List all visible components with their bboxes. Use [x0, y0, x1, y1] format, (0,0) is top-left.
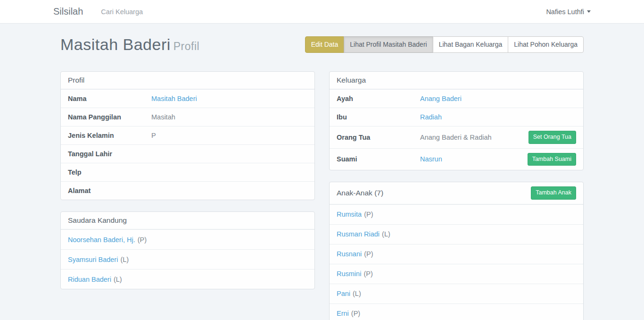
row-button-wrap: Tambah Suami: [528, 153, 576, 166]
row-label: Jenis Kelamin: [68, 132, 151, 139]
person-link-rusman-riadi[interactable]: Rusman Riadi: [337, 230, 380, 238]
person-name: Masitah Baderi: [60, 35, 171, 53]
profile-row-jenis-kelamin: Jenis Kelamin P: [61, 126, 314, 144]
brand-link[interactable]: Silsilah: [53, 6, 83, 17]
person-link-nasrun[interactable]: Nasrun: [420, 155, 442, 163]
profile-row-tanggal-lahir: Tanggal Lahir: [61, 144, 314, 163]
child-row: Rusnani (P): [330, 244, 583, 264]
tambah-anak-button[interactable]: Tambah Anak: [531, 186, 576, 200]
row-label: Suami: [337, 155, 420, 163]
family-row-suami: Suami Nasrun Tambah Suami: [330, 148, 583, 170]
navbar: Silsilah Cari Keluarga Nafies Luthfi: [0, 0, 644, 24]
gender-label: (P): [351, 310, 360, 317]
page-title: Masitah BaderiProfil: [60, 35, 199, 54]
person-link-rusmini[interactable]: Rusmini: [337, 270, 361, 278]
gender-label: (P): [364, 211, 373, 218]
row-label: Tanggal Lahir: [68, 150, 151, 158]
panel-keluarga: Keluarga Ayah Anang Baderi Ibu Radiah Or…: [329, 71, 584, 170]
person-link-anang-baderi[interactable]: Anang Baderi: [420, 95, 462, 102]
gender-label: (L): [114, 276, 122, 283]
child-row: Rumsita (P): [330, 204, 583, 224]
panel-profil-title: Profil: [68, 76, 84, 84]
edit-data-button[interactable]: Edit Data: [305, 36, 345, 53]
person-link-rusnani[interactable]: Rusnani: [337, 250, 362, 258]
panel-profil-heading: Profil: [61, 72, 314, 89]
row-value: Anang Baderi & Radiah: [420, 134, 528, 141]
gender-label: (P): [363, 270, 372, 278]
panel-anak-anak: Anak-Anak (7) Tambah Anak Rumsita (P) Ru…: [329, 182, 584, 320]
profile-row-nama: Nama Masitah Baderi: [61, 89, 314, 108]
row-label: Ibu: [337, 113, 420, 121]
view-profile-button[interactable]: Lihat Profil Masitah Baderi: [344, 36, 433, 53]
person-link-radiah[interactable]: Radiah: [420, 113, 442, 121]
row-value: P: [151, 132, 307, 139]
row-label: Alamat: [68, 187, 151, 194]
tambah-suami-button[interactable]: Tambah Suami: [528, 153, 576, 166]
gender-label: (L): [353, 290, 361, 297]
row-value: Masitah: [151, 113, 307, 121]
person-link-noorsehan-baderi[interactable]: Noorsehan Baderi, Hj.: [68, 236, 135, 244]
set-orang-tua-button[interactable]: Set Orang Tua: [528, 131, 576, 144]
sibling-row: Syamsuri Baderi (L): [61, 249, 314, 269]
person-link-masitah-baderi[interactable]: Masitah Baderi: [151, 95, 197, 102]
family-row-ibu: Ibu Radiah: [330, 108, 583, 126]
child-row: Pani (L): [330, 284, 583, 303]
panel-anak-anak-heading: Anak-Anak (7) Tambah Anak: [330, 182, 583, 204]
panel-anak-anak-title: Anak-Anak (7): [337, 189, 383, 197]
panel-keluarga-title: Keluarga: [337, 76, 366, 84]
panel-keluarga-heading: Keluarga: [330, 72, 583, 89]
sibling-row: Noorsehan Baderi, Hj. (P): [61, 229, 314, 249]
gender-label: (L): [120, 256, 129, 263]
view-family-chart-button[interactable]: Lihat Bagan Keluarga: [433, 36, 509, 53]
person-link-rumsita[interactable]: Rumsita: [337, 211, 362, 218]
panel-saudara-kandung-heading: Saudara Kandung: [61, 212, 314, 229]
child-row: Erni (P): [330, 303, 583, 320]
panel-profil: Profil Nama Masitah Baderi Nama Panggila…: [60, 71, 315, 200]
panel-saudara-kandung-title: Saudara Kandung: [68, 216, 127, 225]
view-family-tree-button[interactable]: Lihat Pohon Keluarga: [508, 36, 584, 53]
sibling-row: Riduan Baderi (L): [61, 269, 314, 289]
child-row: Rusmini (P): [330, 264, 583, 284]
gender-label: (P): [138, 236, 147, 244]
user-menu-dropdown[interactable]: Nafies Luthfi: [546, 8, 591, 16]
page-header: Masitah BaderiProfil Edit Data Lihat Pro…: [53, 35, 591, 54]
gender-label: (P): [364, 250, 373, 258]
nav-item-cari-keluarga[interactable]: Cari Keluarga: [101, 8, 143, 16]
row-label: Telp: [68, 168, 151, 176]
row-label: Orang Tua: [337, 134, 420, 141]
caret-down-icon: [587, 10, 591, 13]
row-label: Nama: [68, 95, 151, 102]
profile-action-button-group: Edit Data Lihat Profil Masitah Baderi Li…: [305, 36, 584, 53]
child-row: Rusman Riadi (L): [330, 224, 583, 244]
navbar-right: Nafies Luthfi: [546, 8, 591, 16]
left-column: Profil Nama Masitah Baderi Nama Panggila…: [53, 71, 322, 320]
gender-label: (L): [382, 230, 390, 238]
page-subtitle: Profil: [173, 40, 199, 52]
profile-row-telp: Telp: [61, 163, 314, 181]
profile-row-nama-panggilan: Nama Panggilan Masitah: [61, 108, 314, 126]
panel-saudara-kandung: Saudara Kandung Noorsehan Baderi, Hj. (P…: [60, 211, 315, 289]
navbar-inner: Silsilah Cari Keluarga Nafies Luthfi: [46, 0, 598, 23]
family-row-orang-tua: Orang Tua Anang Baderi & Radiah Set Oran…: [330, 126, 583, 148]
row-label: Nama Panggilan: [68, 113, 151, 121]
row-label: Ayah: [337, 95, 420, 102]
person-link-erni[interactable]: Erni: [337, 310, 349, 317]
user-name: Nafies Luthfi: [546, 8, 584, 16]
person-link-syamsuri-baderi[interactable]: Syamsuri Baderi: [68, 256, 118, 263]
right-column: Keluarga Ayah Anang Baderi Ibu Radiah Or…: [322, 71, 591, 320]
row-button-wrap: Set Orang Tua: [528, 131, 576, 144]
family-row-ayah: Ayah Anang Baderi: [330, 89, 583, 108]
profile-row-alamat: Alamat: [61, 181, 314, 200]
person-link-riduan-baderi[interactable]: Riduan Baderi: [68, 276, 111, 283]
person-link-pani[interactable]: Pani: [337, 290, 350, 297]
